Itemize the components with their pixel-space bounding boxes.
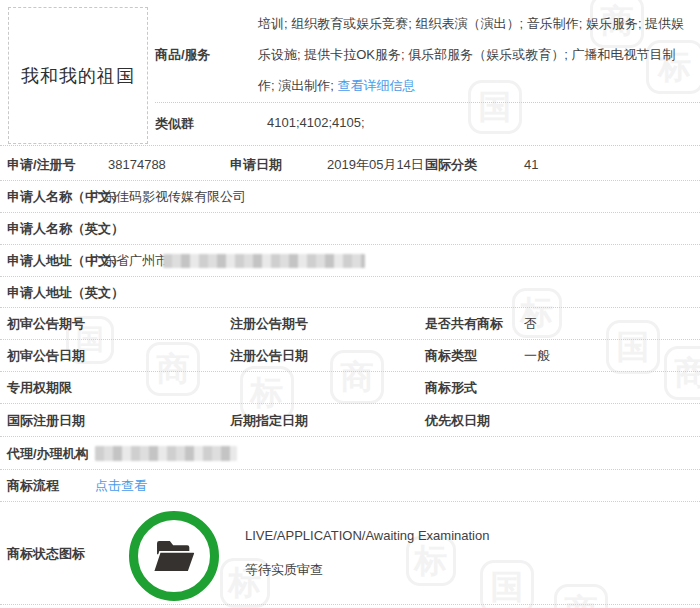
table-row: 专用权期限 商标形式 bbox=[0, 372, 700, 404]
table-row: 国际注册日期 后期指定日期 优先权日期 bbox=[0, 404, 700, 437]
tm-type-value: 一般 bbox=[524, 340, 550, 372]
status-icon-label: 商标状态图标 bbox=[7, 545, 85, 563]
address-en-label: 申请人地址（英文） bbox=[7, 277, 124, 308]
tm-form-label: 商标形式 bbox=[425, 372, 477, 404]
open-folder-icon bbox=[150, 536, 198, 576]
redacted-address bbox=[163, 254, 365, 268]
goods-services-text: 培训; 组织教育或娱乐竞赛; 组织表演（演出）; 音乐制作; 娱乐服务; 提供娱… bbox=[258, 16, 684, 93]
table-row: 申请人地址（中文） 广东省广州市 bbox=[0, 245, 700, 277]
app-date-label: 申请日期 bbox=[230, 146, 282, 184]
trademark-detail-page: 国 商 标 国 商 标 商 标 国 商 标 国 商 标 我和我的祖国 商品/服务… bbox=[0, 0, 700, 608]
agency-label: 代理/办理机构 bbox=[7, 437, 89, 470]
similar-group-label: 类似群 bbox=[155, 115, 194, 133]
view-details-link[interactable]: 查看详细信息 bbox=[337, 78, 415, 93]
divider bbox=[155, 102, 700, 103]
reg-no-label: 申请/注册号 bbox=[7, 146, 76, 184]
intl-reg-date-label: 国际注册日期 bbox=[7, 404, 85, 437]
redacted-agency bbox=[95, 446, 237, 461]
shared-mark-label: 是否共有商标 bbox=[425, 308, 503, 340]
goods-services-value: 培训; 组织教育或娱乐竞赛; 组织表演（演出）; 音乐制作; 娱乐服务; 提供娱… bbox=[258, 8, 686, 101]
status-ring bbox=[129, 511, 219, 601]
table-row: 申请人名称（中文） 广东佳码影视传媒有限公司 bbox=[0, 181, 700, 213]
reg-ann-no-label: 注册公告期号 bbox=[230, 308, 308, 340]
trademark-name: 我和我的祖国 bbox=[21, 64, 135, 88]
table-row: 申请/注册号 38174788 申请日期 2019年05月14日 国际分类 41 bbox=[0, 146, 700, 181]
reg-no-value: 38174788 bbox=[108, 146, 166, 184]
goods-services-label: 商品/服务 bbox=[155, 46, 211, 64]
table-row: 初审公告日期 注册公告日期 商标类型 一般 bbox=[0, 340, 700, 372]
similar-group-value: 4101;4102;4105; bbox=[267, 115, 365, 130]
intl-class-label: 国际分类 bbox=[425, 146, 477, 184]
status-text-zh: 等待实质审查 bbox=[245, 561, 323, 579]
table-row: 申请人名称（英文） bbox=[0, 213, 700, 245]
tm-type-label: 商标类型 bbox=[425, 340, 477, 372]
prelim-date-label: 初审公告日期 bbox=[7, 340, 85, 372]
table-row: 商标流程 点击查看 bbox=[0, 470, 700, 502]
status-row: 商标状态图标 LIVE/APPLICATION/Awaiting Examina… bbox=[0, 502, 700, 605]
status-text-en: LIVE/APPLICATION/Awaiting Examination bbox=[245, 528, 489, 543]
view-process-link[interactable]: 点击查看 bbox=[95, 478, 147, 493]
app-date-value: 2019年05月14日 bbox=[327, 146, 424, 184]
table-row: 申请人地址（英文） bbox=[0, 277, 700, 308]
shared-mark-value: 否 bbox=[524, 308, 537, 340]
applicant-en-label: 申请人名称（英文） bbox=[7, 213, 124, 245]
reg-ann-date-label: 注册公告日期 bbox=[230, 340, 308, 372]
applicant-cn-value: 广东佳码影视传媒有限公司 bbox=[90, 181, 246, 213]
intl-class-value: 41 bbox=[524, 146, 538, 184]
exclusive-period-label: 专用权期限 bbox=[7, 372, 72, 404]
address-cn-value: 广东省广州市 bbox=[90, 245, 168, 277]
table-row: 初审公告期号 注册公告期号 是否共有商标 否 bbox=[0, 308, 700, 340]
later-desig-label: 后期指定日期 bbox=[230, 404, 308, 437]
table-row: 代理/办理机构 bbox=[0, 437, 700, 470]
trademark-image-box: 我和我的祖国 bbox=[8, 7, 148, 144]
priority-date-label: 优先权日期 bbox=[425, 404, 490, 437]
prelim-no-label: 初审公告期号 bbox=[7, 308, 85, 340]
process-label: 商标流程 bbox=[7, 470, 59, 502]
